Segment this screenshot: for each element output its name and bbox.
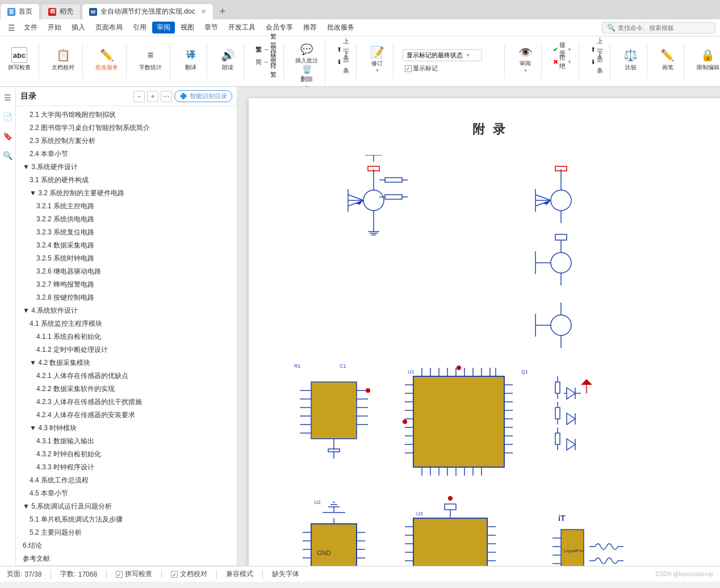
menu-reference[interactable]: 引用 xyxy=(128,22,151,33)
toc-item-22[interactable]: 4.2.3 人体存在传感器的抗干扰措施 xyxy=(16,396,237,409)
toc-item-28[interactable]: 4.4 系统工作总流程 xyxy=(16,474,237,487)
toc-item-30[interactable]: ▼ 5.系统调试运行及问题分析 xyxy=(16,500,237,513)
sidebar-more-icon[interactable]: ⋯ xyxy=(161,91,172,102)
toc-item-1[interactable]: 2.2 图书馆学习桌台灯智能控制系统简介 xyxy=(16,121,237,135)
ribbon-group-readaloud: 🔊 朗读 xyxy=(216,44,244,78)
pen-button[interactable]: ✏️ 画笔 xyxy=(656,44,679,74)
tab-doc[interactable]: W 全自动调节灯光强度的实现.doc ✕ xyxy=(82,3,214,19)
translate-button[interactable]: 译 翻译 xyxy=(179,44,202,74)
toc-item-3[interactable]: 2.4 本章小节 xyxy=(16,148,237,161)
doc-page: 附 录 xyxy=(249,98,720,566)
smart-toc-button[interactable]: 🔷 智能识别目录 xyxy=(174,90,232,102)
sidebar-add-icon[interactable]: + xyxy=(147,91,158,102)
toc-item-34[interactable]: 参考文献 xyxy=(16,552,237,565)
status-spellcheck[interactable]: ✓ 拼写检查 xyxy=(116,569,152,579)
toc-item-33[interactable]: 6.结论 xyxy=(16,539,237,552)
menu-view[interactable]: 视图 xyxy=(176,22,199,33)
track-changes-button[interactable]: 📝 修订 ▼ xyxy=(366,44,388,74)
left-bookmark-icon[interactable]: 🔖 xyxy=(2,130,14,142)
toc-item-4[interactable]: ▼ 3.系统硬件设计 xyxy=(16,161,237,174)
status-dropdown[interactable]: 显示标记的最终状态 ▼ xyxy=(403,49,482,61)
correction-service-button[interactable]: ✏️ 批改服务 xyxy=(92,44,122,74)
status-compat[interactable]: 兼容模式 xyxy=(226,569,253,579)
left-pages-icon[interactable]: 📄 xyxy=(2,111,14,123)
status-wordcount[interactable]: 字数: 17068 xyxy=(60,569,97,579)
menu-home[interactable]: 开始 xyxy=(43,22,66,33)
status-page[interactable]: 页面: 37/38 xyxy=(7,569,41,579)
review-button[interactable]: 👁️ 审阅 ▼ xyxy=(514,44,537,74)
menu-insert[interactable]: 插入 xyxy=(67,22,90,33)
sidebar-expand-icon[interactable]: − xyxy=(133,91,145,102)
next-comment-button[interactable]: ⬇ 下一条 xyxy=(334,57,351,67)
toc-item-13[interactable]: 3.2.7 蜂鸣报警电路 xyxy=(16,278,237,291)
word-count-button[interactable]: ≡ 字数统计 xyxy=(136,44,165,74)
menu-hamburger-icon[interactable]: ☰ xyxy=(5,21,18,35)
toc-item-8[interactable]: 3.2.2 系统供电电路 xyxy=(16,213,237,226)
toc-item-24[interactable]: ▼ 4.3 时钟模块 xyxy=(16,422,237,435)
ribbon-group-nav-change: ⬆ 上一条 ⬇ 下一条 xyxy=(588,44,610,78)
toc-item-21[interactable]: 4.2.2 数据采集软件的实现 xyxy=(16,383,237,396)
ribbon-group-nav-comment: ⬆ 上一条 ⬇ 下一条 xyxy=(334,44,357,78)
tab-wps[interactable]: 稻 稻壳 xyxy=(41,3,81,19)
toc-item-31[interactable]: 5.1 单片机系统调试方法及步骤 xyxy=(16,513,237,526)
toc-item-7[interactable]: 3.2.1 系统主控电路 xyxy=(16,200,237,213)
toc-item-0[interactable]: 2.1 大学阅书馆晚附控制拟状 xyxy=(16,108,237,121)
delete-comment-button[interactable]: 🗑️ 删除 ▼ xyxy=(296,70,317,84)
menu-chapter[interactable]: 章节 xyxy=(200,22,223,33)
toc-item-29[interactable]: 4.5 本章小节 xyxy=(16,487,237,500)
toc-item-25[interactable]: 4.3.1 数据输入输出 xyxy=(16,435,237,448)
toc-item-10[interactable]: 3.2.4 数据采集电路 xyxy=(16,239,237,252)
menu-recommend[interactable]: 推荐 xyxy=(299,22,321,33)
toc-item-26[interactable]: 4.3.2 时钟自检初始化 xyxy=(16,448,237,461)
status-font[interactable]: 缺失字体 xyxy=(272,569,299,579)
new-tab-button[interactable]: + xyxy=(215,3,231,19)
menu-review[interactable]: 审阅 xyxy=(152,22,175,33)
compare-button[interactable]: ⚖️ 比较 xyxy=(619,44,642,74)
next-change-button[interactable]: ⬇ 下一条 xyxy=(588,57,605,67)
toc-item-32[interactable]: 5.2 主要问题分析 xyxy=(16,526,237,539)
toc-item-6[interactable]: ▼ 3.2 系统控制的主要硬件电路 xyxy=(16,187,237,200)
status-divider-5 xyxy=(262,570,263,579)
svg-text:R1: R1 xyxy=(294,363,301,369)
toc-item-2[interactable]: 2.3 系统控制方案分析 xyxy=(16,135,237,148)
tab-home[interactable]: 首 首页 xyxy=(0,3,40,19)
toc-item-11[interactable]: 3.2.5 系统时钟电路 xyxy=(16,252,237,265)
home-tab-label: 首页 xyxy=(19,7,32,16)
toc-item-15[interactable]: ▼ 4.系统软件设计 xyxy=(16,304,237,317)
menu-layout[interactable]: 页面布局 xyxy=(91,22,127,33)
toc-item-5[interactable]: 3.1 系统的硬件构成 xyxy=(16,174,237,187)
spell-check-button[interactable]: abc 拼写检查 xyxy=(5,44,34,74)
toc-item-17[interactable]: 4.1.1 系统自检初始化 xyxy=(16,330,237,343)
menu-devtools[interactable]: 开发工具 xyxy=(224,22,260,33)
show-marks-button[interactable]: 显示标记 xyxy=(403,64,440,74)
insert-comment-button[interactable]: 💬 插入批注 xyxy=(293,39,320,68)
menu-file[interactable]: 文件 xyxy=(19,22,42,33)
reject-button[interactable]: ✖ 拒绝 ▼ xyxy=(551,57,574,67)
simp-to-trad-button[interactable]: 简 → 简简转繁 xyxy=(253,57,279,67)
search-input[interactable] xyxy=(618,24,709,31)
spell-check-label: 拼写检查 xyxy=(8,64,31,71)
doc-check-button[interactable]: 📋 文档校对 xyxy=(48,44,78,74)
status-doccheck[interactable]: ✓ 文档校对 xyxy=(171,569,207,579)
left-menu-icon[interactable]: ☰ xyxy=(2,91,14,104)
doc-area[interactable]: 装 订 线 📄 附 录 xyxy=(237,87,720,566)
toc-content: 2.1 大学阅书馆晚附控制拟状2.2 图书馆学习桌台灯智能控制系统简介2.3 系… xyxy=(16,106,237,566)
toc-item-14[interactable]: 3.2.8 按键控制电路 xyxy=(16,291,237,304)
toc-item-27[interactable]: 4.3.3 时钟程序设计 xyxy=(16,461,237,474)
restrict-edit-button[interactable]: 🔒 限制编辑 xyxy=(693,44,720,74)
toc-item-35[interactable]: 附 录 xyxy=(16,565,237,566)
toc-item-19[interactable]: ▼ 4.2 数据采集模块 xyxy=(16,356,237,369)
toc-item-12[interactable]: 3.2.6 继电器驱动电路 xyxy=(16,265,237,278)
menu-vip[interactable]: 会员专享 xyxy=(261,22,298,33)
menu-correction[interactable]: 批改服务 xyxy=(323,22,359,33)
toc-item-18[interactable]: 4.1.2 定时中断处理设计 xyxy=(16,343,237,356)
close-tab-icon[interactable]: ✕ xyxy=(201,8,206,15)
toc-item-9[interactable]: 3.2.3 系统复位电路 xyxy=(16,226,237,239)
toc-item-23[interactable]: 4.2.4 人体存在传感器的安装要求 xyxy=(16,409,237,422)
toc-item-16[interactable]: 4.1 系统监控主程序模块 xyxy=(16,317,237,330)
sidebar: 目录 − + ⋯ 🔷 智能识别目录 2.1 大学阅书馆晚附控制拟状2.2 图书馆… xyxy=(16,87,237,566)
left-search-icon[interactable]: 🔍 xyxy=(2,149,14,162)
toc-item-20[interactable]: 4.2.1 人体存在传感器的优缺点 xyxy=(16,369,237,383)
ribbon-group-status: 显示标记的最终状态 ▼ 显示标记 xyxy=(403,44,505,78)
read-aloud-button[interactable]: 🔊 朗读 xyxy=(216,44,239,74)
